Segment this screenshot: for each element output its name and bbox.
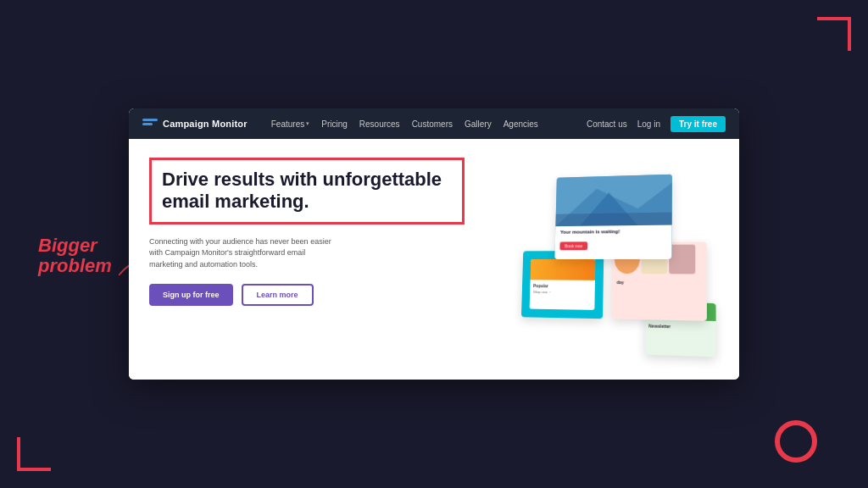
annotation: Bigger problem: [38, 236, 112, 276]
template-text-1: Your mountain is waiting! Book now: [554, 225, 671, 259]
nav-login[interactable]: Log in: [637, 119, 660, 129]
template-image-1: [555, 175, 671, 226]
template-text-2: Popular Shop now →: [530, 280, 595, 298]
corner-bracket-top-right: [817, 17, 851, 51]
hero-buttons: Sign up for free Learn more: [149, 284, 465, 306]
hero-left: Drive results with unforgettable email m…: [129, 139, 485, 380]
nav-resources[interactable]: Resources: [359, 119, 400, 129]
brand-logo: Campaign Monitor: [142, 119, 248, 129]
learn-more-button[interactable]: Learn more: [242, 284, 314, 306]
hero-heading: Drive results with unforgettable email m…: [162, 169, 452, 214]
nav-agencies[interactable]: Agencies: [504, 119, 538, 129]
template-inner-2: Popular Shop now →: [530, 259, 596, 310]
try-free-button[interactable]: Try it free: [670, 116, 726, 132]
corner-bracket-bottom-left: [17, 437, 51, 471]
annotation-text: Bigger problem: [38, 236, 112, 276]
template-stack: Your mountain is waiting! Book now Popul…: [504, 164, 725, 358]
signup-button[interactable]: Sign up for free: [149, 284, 233, 306]
nav-links: Features ▾ Pricing Resources Customers G…: [271, 119, 573, 129]
brand-icon: [142, 119, 158, 129]
nav-right: Contact us Log in Try it free: [587, 116, 726, 132]
template-cta-1: Book now: [559, 241, 587, 250]
hero-subtext: Connecting with your audience has never …: [149, 236, 336, 271]
svg-rect-4: [555, 213, 671, 227]
circle-decoration: [775, 420, 817, 463]
brand-icon-bar-2: [142, 123, 153, 125]
nav-pricing[interactable]: Pricing: [321, 119, 348, 129]
template-card-1: Your mountain is waiting! Book now: [554, 175, 671, 259]
chevron-down-icon: ▾: [306, 120, 309, 127]
navbar: Campaign Monitor Features ▾ Pricing Reso…: [129, 108, 739, 139]
hero-section: Drive results with unforgettable email m…: [129, 139, 739, 380]
browser-window: Campaign Monitor Features ▾ Pricing Reso…: [129, 108, 739, 380]
template-colorbar-2: [531, 259, 596, 280]
nav-customers[interactable]: Customers: [412, 119, 453, 129]
nav-contact[interactable]: Contact us: [587, 119, 627, 129]
template-text-3: day: [611, 276, 706, 289]
template-card-2: Popular Shop now →: [521, 251, 604, 319]
brand-icon-bar-1: [142, 119, 158, 121]
nav-features[interactable]: Features ▾: [271, 119, 309, 129]
brand-name: Campaign Monitor: [163, 119, 248, 129]
hero-right: Your mountain is waiting! Book now Popul…: [485, 139, 739, 380]
nav-gallery[interactable]: Gallery: [465, 119, 492, 129]
hero-heading-wrapper: Drive results with unforgettable email m…: [149, 158, 465, 225]
